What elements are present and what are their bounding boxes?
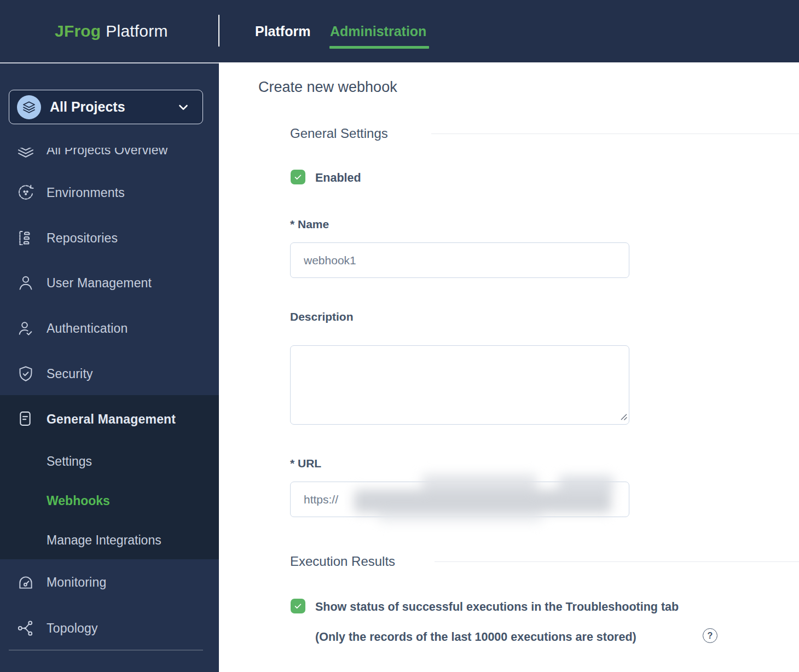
sidebar-item-label: All Projects Overview	[47, 148, 167, 170]
redacted-url-blur	[345, 469, 630, 529]
sidebar-item-label: User Management	[47, 260, 152, 305]
name-label: * Name	[290, 218, 329, 231]
name-input[interactable]	[290, 242, 629, 278]
sidebar-subitem-label: Settings	[47, 445, 92, 478]
tab-administration[interactable]: Administration	[330, 0, 426, 62]
general-settings-heading: General Settings	[290, 126, 388, 141]
sidebar-item-webhooks[interactable]: Webhooks	[0, 484, 219, 517]
sidebar-scroll-clip: All Projects Overview	[0, 148, 219, 170]
sidebar-item-authentication[interactable]: Authentication	[0, 306, 219, 351]
sidebar-item-all-projects-overview[interactable]: All Projects Overview	[0, 148, 219, 170]
environments-icon	[16, 183, 35, 202]
layers-overview-icon	[16, 148, 35, 159]
tab-platform[interactable]: Platform	[255, 0, 310, 62]
logo-product: Platform	[106, 22, 167, 40]
sidebar-item-settings[interactable]: Settings	[0, 445, 219, 478]
enabled-label: Enabled	[315, 171, 361, 185]
user-check-icon	[16, 319, 35, 338]
sidebar-item-label: Repositories	[47, 216, 118, 260]
jfrog-logo: JFrog Platform	[55, 0, 168, 62]
sidebar-item-label: Topology	[47, 606, 98, 651]
sidebar-item-label: Monitoring	[47, 560, 106, 605]
show-status-checkbox[interactable]	[291, 599, 305, 613]
header-divider	[218, 15, 219, 47]
sidebar-subitem-label: Webhooks	[47, 484, 110, 517]
admin-sidebar: All Projects All Projects Overview	[0, 62, 219, 672]
sidebar-item-label: General Management	[47, 397, 176, 442]
sidebar-item-topology[interactable]: Topology	[0, 606, 219, 651]
sidebar-item-label: Security	[47, 351, 93, 396]
chevron-down-icon	[176, 100, 190, 114]
show-status-label: Show status of successful executions in …	[315, 600, 764, 614]
sidebar-subitem-label: Manage Integrations	[47, 524, 161, 557]
execution-note: (Only the records of the last 10000 exec…	[315, 630, 636, 644]
logo-brand: JFrog	[55, 22, 101, 40]
main-content: Create new webhook General Settings Enab…	[219, 62, 799, 672]
check-icon	[293, 172, 303, 182]
shield-check-icon	[16, 364, 35, 383]
description-label: Description	[290, 310, 354, 323]
description-textarea[interactable]	[290, 345, 629, 425]
question-mark-icon[interactable]: ?	[703, 628, 717, 643]
sidebar-item-manage-integrations[interactable]: Manage Integrations	[0, 524, 219, 557]
sidebar-item-monitoring[interactable]: Monitoring	[0, 560, 219, 605]
sidebar-item-general-management[interactable]: General Management	[0, 397, 219, 442]
all-projects-avatar	[17, 95, 41, 119]
enabled-checkbox[interactable]	[291, 170, 305, 184]
url-value: https://	[304, 493, 338, 506]
section-divider	[435, 561, 799, 562]
url-label: * URL	[290, 457, 321, 470]
sidebar-item-label: Environments	[47, 170, 125, 215]
sidebar-item-user-management[interactable]: User Management	[0, 260, 219, 305]
sidebar-item-environments[interactable]: Environments	[0, 170, 219, 215]
execution-results-heading: Execution Results	[290, 554, 395, 569]
topology-icon	[16, 619, 35, 638]
repositories-icon	[16, 229, 35, 247]
section-divider	[431, 134, 799, 134]
gauge-icon	[16, 573, 35, 592]
app-header: JFrog Platform Platform Administration	[0, 0, 799, 62]
project-selector-dropdown[interactable]: All Projects	[9, 90, 203, 124]
document-icon	[16, 410, 35, 428]
sidebar-item-security[interactable]: Security	[0, 351, 219, 396]
layers-icon	[22, 100, 36, 114]
project-selector-label: All Projects	[50, 90, 125, 124]
active-tab-underline	[329, 46, 429, 49]
url-input[interactable]: https://	[290, 482, 629, 517]
check-icon	[293, 601, 303, 611]
user-icon	[16, 274, 35, 292]
sidebar-divider	[9, 650, 203, 651]
sidebar-item-repositories[interactable]: Repositories	[0, 216, 219, 260]
page-title: Create new webhook	[258, 79, 397, 96]
sidebar-item-label: Authentication	[47, 306, 128, 351]
